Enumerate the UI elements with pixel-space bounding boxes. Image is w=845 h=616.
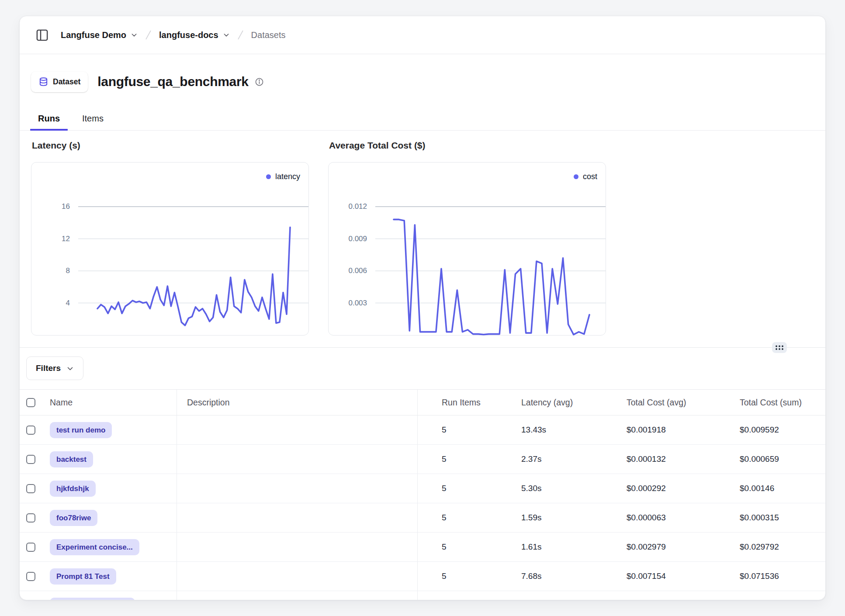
- run-name-badge[interactable]: test run demo: [50, 422, 112, 438]
- cell-total-cost-avg: [603, 591, 716, 600]
- cell-total-cost-sum: $0.00146: [716, 474, 825, 503]
- chevron-down-icon: [223, 31, 230, 38]
- cell-description: [177, 591, 418, 600]
- header-total-cost-sum: Total Cost (sum): [716, 390, 825, 415]
- run-name-badge[interactable]: foo78riwe: [50, 510, 97, 526]
- top-bar: Langfuse Demo langfuse-docs Datasets: [20, 16, 825, 54]
- filters-label: Filters: [36, 363, 61, 373]
- cell-total-cost-sum: $0.071536: [716, 562, 825, 591]
- header-latency-avg: Latency (avg): [497, 390, 603, 415]
- tab-runs[interactable]: Runs: [30, 109, 68, 130]
- filters-row: Filters: [20, 348, 825, 380]
- title-row: Dataset langfuse_qa_benchmark: [20, 54, 825, 98]
- cell-total-cost-avg: $0.000063: [603, 503, 716, 532]
- runs-table: Name Description Run Items Latency (avg)…: [20, 389, 825, 600]
- row-checkbox[interactable]: [26, 455, 35, 464]
- run-name-badge[interactable]: [50, 598, 135, 600]
- cell-run-items: 5: [418, 533, 497, 561]
- chevron-down-icon: [66, 365, 74, 372]
- run-name-badge[interactable]: Prompt 81 Test: [50, 568, 116, 585]
- cell-description: [177, 415, 418, 444]
- cell-total-cost-avg: $0.000292: [603, 474, 716, 503]
- cell-latency-avg: 7.68s: [497, 562, 603, 591]
- cell-total-cost-avg: $0.002979: [603, 533, 716, 561]
- cell-run-items: [418, 591, 497, 600]
- grip-dots-icon: [775, 344, 784, 351]
- cell-run-items: 5: [418, 415, 497, 444]
- drag-handle[interactable]: [772, 342, 787, 353]
- row-checkbox[interactable]: [26, 484, 35, 493]
- row-checkbox[interactable]: [26, 543, 35, 552]
- row-checkbox[interactable]: [26, 426, 35, 435]
- cell-name: foo78riwe: [20, 503, 177, 532]
- table-header-row: Name Description Run Items Latency (avg)…: [20, 390, 825, 415]
- cell-description: [177, 562, 418, 591]
- cell-run-items: 5: [418, 445, 497, 474]
- org-name: Langfuse Demo: [61, 30, 126, 40]
- run-name-badge[interactable]: backtest: [50, 451, 93, 467]
- header-total-cost-avg: Total Cost (avg): [603, 390, 716, 415]
- page-title: langfuse_qa_benchmark: [97, 74, 264, 89]
- header-description-label: Description: [187, 398, 230, 408]
- cell-run-items: 5: [418, 503, 497, 532]
- header-name-label: Name: [50, 398, 73, 408]
- cell-total-cost-sum: $0.009592: [716, 415, 825, 444]
- header-total-cost-sum-label: Total Cost (sum): [740, 398, 802, 408]
- cell-name: Prompt 81 Test: [20, 562, 177, 591]
- run-name-badge[interactable]: Experiment concise...: [50, 539, 139, 555]
- cell-run-items: 5: [418, 474, 497, 503]
- cell-description: [177, 503, 418, 532]
- table-row: [20, 591, 825, 600]
- header-total-cost-avg-label: Total Cost (avg): [627, 398, 686, 408]
- tab-items[interactable]: Items: [74, 109, 111, 130]
- info-icon[interactable]: [255, 77, 264, 87]
- latency-chart-block: Latency (s) latency 161284: [31, 140, 309, 336]
- cell-total-cost-avg: $0.001918: [603, 415, 716, 444]
- chevron-down-icon: [131, 31, 138, 38]
- cell-name: backtest: [20, 445, 177, 474]
- cell-description: [177, 445, 418, 474]
- cell-latency-avg: [497, 591, 603, 600]
- table-row: test run demo513.43s$0.001918$0.009592: [20, 415, 825, 445]
- page-name: Datasets: [251, 30, 286, 40]
- slash-separator: [237, 29, 244, 41]
- row-checkbox[interactable]: [26, 572, 35, 581]
- app-window: Langfuse Demo langfuse-docs Datasets Dat…: [19, 16, 826, 600]
- tab-items-label: Items: [82, 114, 104, 123]
- cost-chart: cost 0.0120.0090.0060.003: [328, 162, 606, 336]
- dataset-name: langfuse_qa_benchmark: [97, 74, 249, 89]
- cost-plot: [329, 163, 606, 336]
- run-name-badge[interactable]: hjkfdshjk: [50, 481, 96, 497]
- cell-total-cost-sum: $0.000659: [716, 445, 825, 474]
- header-run-items-label: Run Items: [442, 398, 481, 408]
- latency-chart: latency 161284: [31, 162, 309, 336]
- table-row: Experiment concise...51.61s$0.002979$0.0…: [20, 533, 825, 562]
- cell-latency-avg: 13.43s: [497, 415, 603, 444]
- breadcrumb-project[interactable]: langfuse-docs: [159, 30, 230, 40]
- breadcrumb: Langfuse Demo langfuse-docs Datasets: [61, 29, 286, 41]
- charts-section: Latency (s) latency 161284 Average Total…: [20, 131, 825, 336]
- cell-latency-avg: 1.61s: [497, 533, 603, 561]
- row-checkbox[interactable]: [26, 513, 35, 523]
- filters-button[interactable]: Filters: [26, 356, 83, 380]
- cost-chart-title: Average Total Cost ($): [329, 140, 606, 151]
- breadcrumb-org[interactable]: Langfuse Demo: [61, 30, 138, 40]
- cell-total-cost-sum: [716, 591, 825, 600]
- header-run-items: Run Items: [418, 390, 497, 415]
- breadcrumb-page[interactable]: Datasets: [251, 30, 286, 40]
- sidebar-toggle-button[interactable]: [34, 27, 50, 43]
- table-body: test run demo513.43s$0.001918$0.009592ba…: [20, 415, 825, 600]
- cell-latency-avg: 2.37s: [497, 445, 603, 474]
- cell-description: [177, 533, 418, 561]
- select-all-checkbox[interactable]: [26, 398, 35, 407]
- cell-run-items: 5: [418, 562, 497, 591]
- cell-total-cost-sum: $0.000315: [716, 503, 825, 532]
- cell-total-cost-sum: $0.029792: [716, 533, 825, 561]
- cell-latency-avg: 5.30s: [497, 474, 603, 503]
- cell-name: Experiment concise...: [20, 533, 177, 561]
- cell-name: test run demo: [20, 415, 177, 444]
- latency-chart-title: Latency (s): [32, 140, 309, 151]
- slash-separator: [145, 29, 152, 41]
- cost-chart-block: Average Total Cost ($) cost 0.0120.0090.…: [328, 140, 606, 336]
- dataset-badge-label: Dataset: [53, 77, 80, 87]
